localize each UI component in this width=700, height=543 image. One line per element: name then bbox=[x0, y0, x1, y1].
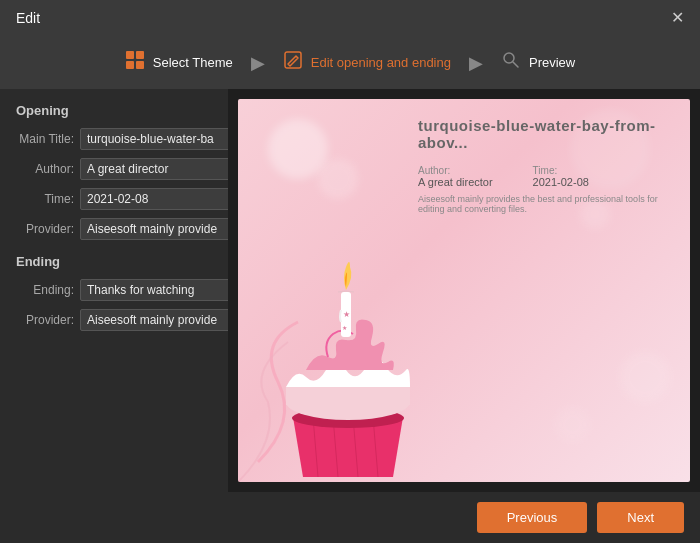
ending-provider-row: Provider: bbox=[16, 309, 212, 331]
svg-rect-2 bbox=[126, 61, 134, 69]
preview-time-value: 2021-02-08 bbox=[533, 176, 589, 188]
svg-rect-0 bbox=[126, 51, 134, 59]
left-panel: Opening Main Title: Author: Time: Provid… bbox=[0, 89, 228, 492]
preview-area: turquoise-blue-water-bay-from-abov... Au… bbox=[238, 99, 690, 482]
nav-step-select-theme[interactable]: Select Theme bbox=[115, 46, 243, 79]
edit-opening-label: Edit opening and ending bbox=[311, 55, 451, 70]
edit-icon bbox=[283, 50, 303, 75]
nav-arrow-2: ▶ bbox=[469, 52, 483, 74]
right-panel: turquoise-blue-water-bay-from-abov... Au… bbox=[228, 89, 700, 492]
provider-row: Provider: bbox=[16, 218, 212, 240]
svg-rect-9 bbox=[286, 387, 410, 405]
ending-label: Ending: bbox=[16, 283, 74, 297]
preview-author-col: Author: A great director bbox=[418, 165, 493, 188]
close-button[interactable]: ✕ bbox=[671, 10, 684, 26]
ending-input[interactable] bbox=[80, 279, 228, 301]
top-navigation: Select Theme ▶ Edit opening and ending ▶… bbox=[0, 36, 700, 89]
preview-time-key: Time: bbox=[533, 165, 589, 176]
main-title-input[interactable] bbox=[80, 128, 228, 150]
time-input[interactable] bbox=[80, 188, 228, 210]
main-content: Opening Main Title: Author: Time: Provid… bbox=[0, 89, 700, 492]
time-row: Time: bbox=[16, 188, 212, 210]
svg-rect-3 bbox=[136, 61, 144, 69]
svg-rect-1 bbox=[136, 51, 144, 59]
cupcake-image: ★ ★ bbox=[238, 222, 448, 482]
ending-section-label: Ending bbox=[16, 254, 212, 269]
next-button[interactable]: Next bbox=[597, 502, 684, 533]
bottom-bar: Previous Next bbox=[0, 492, 700, 543]
title-bar: Edit ✕ bbox=[0, 0, 700, 36]
preview-author-value: A great director bbox=[418, 176, 493, 188]
nav-arrow-1: ▶ bbox=[251, 52, 265, 74]
preview-label: Preview bbox=[529, 55, 575, 70]
ending-provider-label: Provider: bbox=[16, 313, 74, 327]
select-theme-label: Select Theme bbox=[153, 55, 233, 70]
nav-step-edit-opening[interactable]: Edit opening and ending bbox=[273, 46, 461, 79]
time-label: Time: bbox=[16, 192, 74, 206]
provider-input[interactable] bbox=[80, 218, 228, 240]
author-row: Author: bbox=[16, 158, 212, 180]
grid-icon bbox=[125, 50, 145, 75]
preview-provider-text: Aiseesoft mainly provides the best and p… bbox=[418, 194, 674, 214]
svg-text:★: ★ bbox=[342, 325, 347, 331]
ending-provider-input[interactable] bbox=[80, 309, 228, 331]
previous-button[interactable]: Previous bbox=[477, 502, 588, 533]
search-icon bbox=[501, 50, 521, 75]
preview-time-col: Time: 2021-02-08 bbox=[533, 165, 589, 188]
author-input[interactable] bbox=[80, 158, 228, 180]
nav-step-preview[interactable]: Preview bbox=[491, 46, 585, 79]
svg-text:★: ★ bbox=[343, 310, 350, 319]
provider-label: Provider: bbox=[16, 222, 74, 236]
svg-line-6 bbox=[513, 62, 518, 67]
author-label: Author: bbox=[16, 162, 74, 176]
main-title-label: Main Title: bbox=[16, 132, 74, 146]
preview-meta: Author: A great director Time: 2021-02-0… bbox=[418, 165, 674, 188]
main-title-row: Main Title: bbox=[16, 128, 212, 150]
window-title: Edit bbox=[16, 10, 40, 26]
preview-title: turquoise-blue-water-bay-from-abov... bbox=[418, 117, 674, 151]
ending-row: Ending: bbox=[16, 279, 212, 301]
opening-section-label: Opening bbox=[16, 103, 212, 118]
preview-author-key: Author: bbox=[418, 165, 493, 176]
